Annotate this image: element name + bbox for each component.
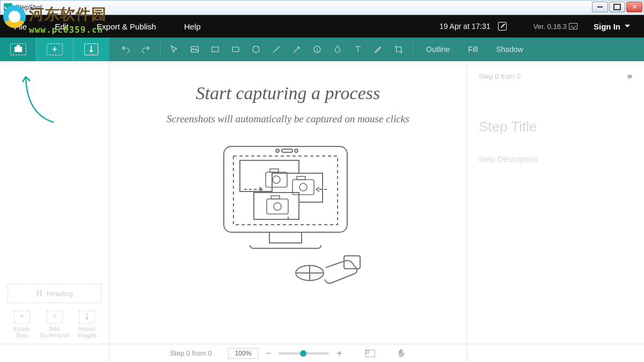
- highlight-tool[interactable]: [369, 40, 388, 59]
- image-tool[interactable]: [185, 40, 204, 59]
- zoom-in-button[interactable]: +: [334, 349, 344, 358]
- update-icon[interactable]: [569, 23, 577, 29]
- empty-step-icon: [14, 311, 30, 323]
- outline-style-button[interactable]: Outline: [418, 45, 458, 54]
- svg-rect-2: [232, 47, 239, 52]
- svg-rect-10: [282, 149, 292, 152]
- svg-point-11: [295, 149, 298, 152]
- empty-step-button[interactable]: Empty Step: [8, 311, 36, 338]
- add-screenshot-button[interactable]: Add Screenshot: [40, 311, 70, 338]
- zoom-slider[interactable]: [279, 352, 329, 354]
- heading-label: Heading: [47, 290, 72, 298]
- window-minimize-button[interactable]: [592, 2, 608, 12]
- heading-icon: H: [36, 289, 43, 298]
- blur-tool[interactable]: [328, 40, 347, 59]
- document-date: 19 Apr at 17:31: [440, 22, 491, 31]
- crop-tool[interactable]: [389, 40, 408, 59]
- add-heading-button[interactable]: H Heading: [8, 284, 101, 303]
- import-button[interactable]: [74, 38, 109, 61]
- plus-icon: +: [52, 45, 57, 54]
- window-titlebar: StepShot: [0, 0, 644, 15]
- import-images-button[interactable]: Import Images: [72, 311, 101, 338]
- hint-arrow-icon: [16, 71, 59, 125]
- menu-file[interactable]: File: [0, 15, 41, 38]
- import-icon: [84, 43, 98, 55]
- fill-style-button[interactable]: Fill: [459, 45, 486, 54]
- status-bar: Step 0 from 0 100% − +: [0, 344, 644, 362]
- menu-export-publish[interactable]: Export & Publish: [83, 15, 170, 38]
- capture-toolbar: +: [0, 38, 109, 61]
- text-tool[interactable]: [348, 40, 368, 59]
- canvas-illustration: [202, 141, 374, 291]
- line-tool[interactable]: [267, 40, 286, 59]
- sequence-tool[interactable]: 1: [308, 40, 327, 59]
- canvas-area: Start capturing a process Screenshots wi…: [109, 62, 467, 344]
- status-step-counter: Step 0 from 0: [170, 349, 212, 357]
- canvas-title: Start capturing a process: [196, 83, 380, 104]
- version-label: Ver. 0.16.3: [533, 23, 567, 31]
- camera-icon: [14, 47, 22, 52]
- step-description-input[interactable]: Step Description: [479, 154, 632, 164]
- svg-point-9: [276, 149, 279, 152]
- arrow-tool[interactable]: [287, 40, 306, 59]
- svg-rect-15: [254, 193, 299, 219]
- import-images-icon: [79, 311, 95, 323]
- zoom-controls: 100% − +: [228, 348, 407, 359]
- steps-panel: H Heading Empty Step Add Screenshot Impo…: [0, 62, 109, 344]
- svg-rect-7: [269, 232, 302, 243]
- add-step-button[interactable]: +: [36, 38, 72, 61]
- collapse-panel-button[interactable]: »: [627, 71, 632, 81]
- fit-screen-button[interactable]: [365, 350, 375, 357]
- undo-button[interactable]: [116, 40, 135, 59]
- app-icon: [4, 3, 12, 12]
- window-maximize-button[interactable]: [609, 2, 625, 12]
- select-tool[interactable]: [165, 40, 184, 59]
- menu-bar: File Edit Export & Publish Help 19 Apr a…: [0, 15, 644, 38]
- redo-button[interactable]: [136, 40, 156, 59]
- canvas-subtitle: Screenshots will automatically be captur…: [167, 113, 409, 125]
- zoom-value[interactable]: 100%: [228, 348, 259, 359]
- toolbar: + 1 Outline Fill Shadow: [0, 38, 644, 61]
- annotation-toolbar: 1 Outline Fill Shadow: [109, 38, 644, 61]
- shadow-style-button[interactable]: Shadow: [487, 45, 532, 54]
- signin-button[interactable]: Sign In: [594, 22, 630, 31]
- pan-tool-button[interactable]: [397, 349, 406, 358]
- svg-text:1: 1: [316, 47, 318, 52]
- edit-date-icon[interactable]: [498, 22, 507, 31]
- step-title-input[interactable]: Step Title: [479, 119, 632, 135]
- menu-help[interactable]: Help: [170, 15, 215, 38]
- menu-edit[interactable]: Edit: [41, 15, 83, 38]
- rounded-rect-tool[interactable]: [226, 40, 245, 59]
- svg-rect-1: [212, 47, 218, 52]
- window-close-button[interactable]: [626, 2, 642, 12]
- properties-panel: Step 0 from 0 » Step Title Step Descript…: [467, 62, 644, 344]
- rectangle-tool[interactable]: [206, 40, 225, 59]
- step-counter: Step 0 from 0: [479, 72, 521, 80]
- add-screenshot-icon: [47, 311, 63, 323]
- zoom-out-button[interactable]: −: [264, 349, 273, 358]
- svg-point-3: [253, 46, 259, 53]
- capture-button[interactable]: [0, 38, 36, 61]
- window-title: StepShot: [16, 4, 42, 11]
- ellipse-tool[interactable]: [246, 40, 266, 59]
